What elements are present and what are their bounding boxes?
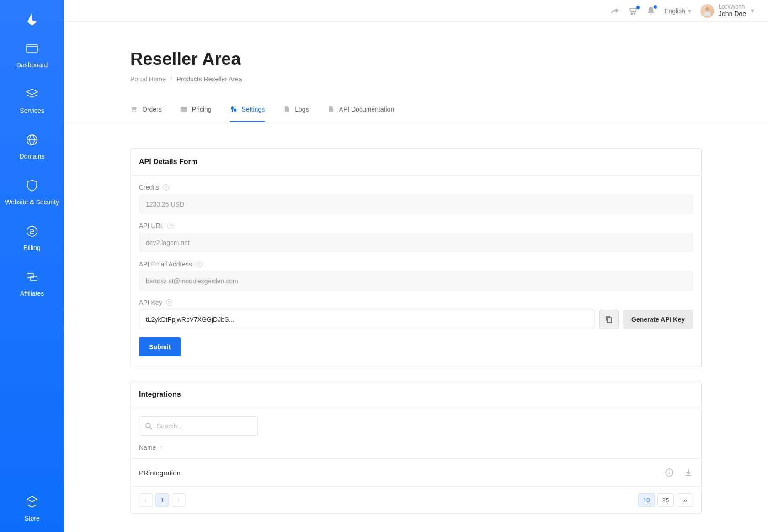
field-label-api-email: API Email Address xyxy=(139,261,192,268)
share-icon[interactable] xyxy=(610,7,619,15)
orders-icon xyxy=(130,106,138,113)
services-icon xyxy=(24,86,40,102)
svg-rect-5 xyxy=(31,276,37,281)
chevron-down-icon: ▾ xyxy=(688,7,691,15)
api-key-field[interactable] xyxy=(139,310,595,329)
integrations-card: Integrations Name ↑ PRintegration ‹ 1 › … xyxy=(130,381,702,514)
download-icon[interactable] xyxy=(684,468,693,477)
bell-icon[interactable] xyxy=(647,6,655,16)
avatar xyxy=(700,4,714,18)
dashboard-icon xyxy=(24,40,40,57)
billing-icon xyxy=(24,223,40,239)
svg-rect-14 xyxy=(607,318,612,323)
shield-icon xyxy=(24,177,40,194)
page-size-button[interactable]: 25 xyxy=(657,493,674,507)
page-size-button[interactable]: 10 xyxy=(638,493,655,507)
sidebar-item-store[interactable]: Store xyxy=(20,494,44,522)
sidebar-item-label: Website & Security xyxy=(5,198,59,206)
tab-pricing[interactable]: Pricing xyxy=(180,106,212,122)
chevron-down-icon: ▾ xyxy=(751,6,754,15)
sidebar-item-label: Affiliates xyxy=(20,290,44,297)
breadcrumb-home[interactable]: Portal Home xyxy=(130,75,166,83)
svg-point-6 xyxy=(631,13,633,14)
tab-orders[interactable]: Orders xyxy=(130,106,162,122)
breadcrumb: Portal Home / Products Reseller Area xyxy=(130,75,702,83)
store-icon xyxy=(24,494,40,510)
sidebar-item-label: Dashboard xyxy=(16,61,48,69)
sidebar-item-label: Domains xyxy=(19,153,44,160)
brand-logo[interactable] xyxy=(24,11,40,27)
svg-rect-0 xyxy=(27,45,37,52)
card-title: Integrations xyxy=(131,381,701,408)
language-label: English xyxy=(664,7,685,15)
page-prev-button[interactable]: ‹ xyxy=(139,493,153,507)
badge-dot xyxy=(654,5,657,9)
tab-label: Pricing xyxy=(192,106,212,113)
svg-rect-4 xyxy=(27,273,33,278)
column-header-name[interactable]: Name xyxy=(139,444,156,451)
svg-point-12 xyxy=(231,107,233,109)
logs-icon xyxy=(283,106,290,113)
sidebar-item-billing[interactable]: Billing xyxy=(20,223,44,251)
tab-logs[interactable]: Logs xyxy=(283,106,309,122)
search-input[interactable] xyxy=(157,422,252,430)
affiliates-icon xyxy=(24,269,40,285)
tab-settings[interactable]: Settings xyxy=(230,106,265,122)
svg-point-15 xyxy=(146,423,150,428)
pricing-icon xyxy=(180,106,187,113)
user-org: LockWorth xyxy=(719,4,746,10)
field-label-api-url: API URL xyxy=(139,222,164,229)
tab-label: Orders xyxy=(142,106,162,113)
sidebar-item-domains[interactable]: Domains xyxy=(16,132,48,160)
cart-icon[interactable] xyxy=(629,7,638,15)
generate-api-key-button[interactable]: Generate API Key xyxy=(623,310,693,329)
sidebar-item-label: Billing xyxy=(23,244,40,251)
user-name: John Doe xyxy=(719,10,746,18)
page-title: Reseller Area xyxy=(130,49,702,69)
help-icon[interactable]: ? xyxy=(166,299,172,306)
language-selector[interactable]: English ▾ xyxy=(664,7,691,15)
svg-point-13 xyxy=(234,109,236,111)
tab-label: Logs xyxy=(295,106,309,113)
sidebar-item-dashboard[interactable]: Dashboard xyxy=(13,40,52,69)
info-icon[interactable] xyxy=(665,468,674,477)
card-title: API Details Form xyxy=(131,149,701,176)
svg-point-8 xyxy=(705,7,709,11)
credits-field xyxy=(139,195,693,214)
table-row: PRintegration xyxy=(131,458,701,486)
search-input-wrapper[interactable] xyxy=(139,416,258,436)
row-name: PRintegration xyxy=(139,469,181,477)
help-icon[interactable]: ? xyxy=(167,223,174,229)
page-number-button[interactable]: 1 xyxy=(155,493,169,507)
svg-rect-11 xyxy=(181,107,187,112)
sidebar-item-affiliates[interactable]: Affiliates xyxy=(16,269,48,297)
tab-api-documentation[interactable]: API Documentation xyxy=(327,106,395,122)
copy-button[interactable] xyxy=(599,310,619,329)
api-details-card: API Details Form Credits ? API URL ? API… xyxy=(130,148,702,367)
copy-icon xyxy=(605,315,613,324)
svg-point-9 xyxy=(132,111,133,112)
svg-point-7 xyxy=(634,13,635,14)
document-icon xyxy=(327,106,335,113)
sort-arrow-up-icon: ↑ xyxy=(160,444,163,451)
search-icon xyxy=(145,422,152,430)
sidebar-item-website-security[interactable]: Website & Security xyxy=(1,177,63,206)
sidebar-item-services[interactable]: Services xyxy=(16,86,48,114)
svg-rect-17 xyxy=(686,475,691,476)
submit-button[interactable]: Submit xyxy=(139,337,181,356)
breadcrumb-current: Products Reseller Area xyxy=(176,75,242,83)
help-icon[interactable]: ? xyxy=(163,184,169,191)
badge-dot xyxy=(636,6,640,9)
page-size-button[interactable]: ∞ xyxy=(677,493,693,507)
domains-icon xyxy=(24,132,40,148)
field-label-credits: Credits xyxy=(139,184,159,191)
help-icon[interactable]: ? xyxy=(196,261,202,267)
page-next-button[interactable]: › xyxy=(172,493,186,507)
sidebar-item-label: Services xyxy=(20,107,44,114)
api-url-field xyxy=(139,233,693,252)
user-menu[interactable]: LockWorth John Doe ▾ xyxy=(700,4,754,18)
tab-label: API Documentation xyxy=(339,106,395,113)
settings-icon xyxy=(230,106,237,113)
sidebar-item-label: Store xyxy=(24,515,39,522)
field-label-api-key: API Key xyxy=(139,299,162,306)
